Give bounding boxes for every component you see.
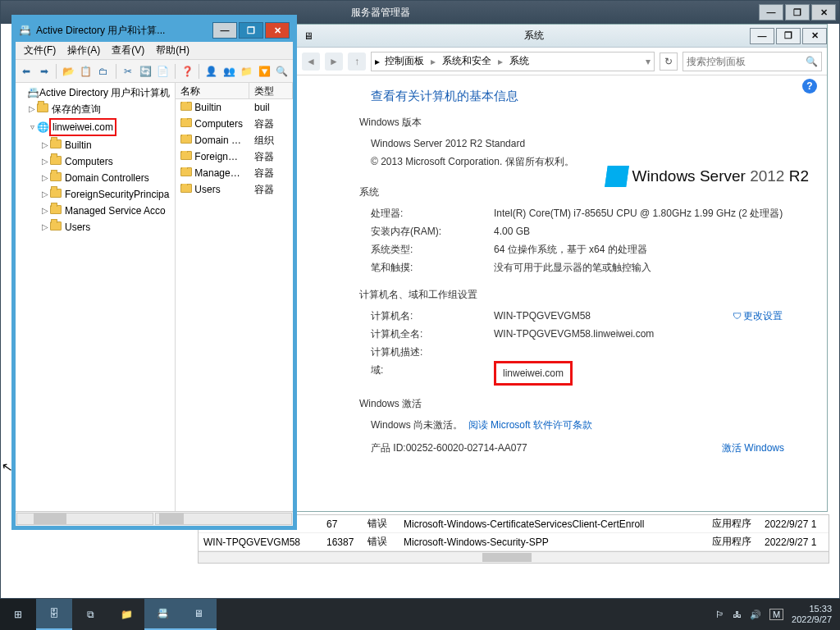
- systype-value: 64 位操作系统，基于 x64 的处理器: [494, 240, 807, 258]
- chevron-right-icon: ▸: [429, 56, 437, 67]
- new-group-icon[interactable]: 👥: [221, 63, 237, 80]
- tray-network-icon[interactable]: 🖧: [733, 609, 742, 619]
- ad-title: Active Directory 用户和计算...: [36, 24, 211, 38]
- list-item[interactable]: Managed S...容器: [176, 165, 293, 181]
- ad-maximize-button[interactable]: ❐: [239, 22, 263, 39]
- refresh-icon[interactable]: 🔄: [138, 63, 153, 80]
- cut-icon[interactable]: ✂: [120, 63, 135, 80]
- ad-close-button[interactable]: ✕: [265, 22, 290, 39]
- header-type[interactable]: 类型: [249, 83, 293, 98]
- activate-windows-link[interactable]: 激活 Windows: [722, 439, 784, 457]
- computer-name-label: 计算机名:: [371, 307, 494, 325]
- license-terms-link[interactable]: 阅读 Microsoft 软件许可条款: [468, 416, 592, 434]
- list-item[interactable]: Computers容器: [176, 116, 293, 132]
- list-item[interactable]: ForeignSec...容器: [176, 148, 293, 165]
- tree-item-label: 保存的查询: [52, 102, 101, 116]
- event-row[interactable]: WIN-TPQGVEVGM58 16387 错误 Microsoft-Windo…: [199, 533, 829, 551]
- sys-maximize-button[interactable]: ❐: [776, 28, 801, 44]
- event-id: 16387: [322, 536, 363, 548]
- tree-builtin[interactable]: ▷Builtin: [16, 137, 175, 153]
- tree-root-label: Active Directory 用户和计算机: [39, 85, 170, 100]
- chevron-down-icon[interactable]: ▾: [646, 56, 651, 67]
- tree-computers[interactable]: ▷Computers: [16, 153, 175, 170]
- clock-time: 15:33: [792, 604, 832, 614]
- list-item[interactable]: Users容器: [176, 181, 293, 198]
- full-name-label: 计算机全名:: [371, 325, 494, 343]
- menu-action[interactable]: 操作(A): [62, 43, 105, 57]
- new-ou-icon[interactable]: 📁: [239, 63, 254, 80]
- forward-icon[interactable]: ➡: [37, 63, 52, 80]
- search-icon: 🔍: [806, 56, 818, 67]
- search-input[interactable]: [687, 56, 806, 67]
- close-button[interactable]: ✕: [811, 4, 836, 21]
- breadcrumb[interactable]: ▸ 控制面板 ▸ 系统和安全 ▸ 系统 ▾: [371, 52, 655, 71]
- breadcrumb-item[interactable]: 系统和安全: [439, 54, 495, 68]
- tree-domain[interactable]: ▿🌐 linweiwei.com: [16, 117, 175, 137]
- nav-forward-button[interactable]: ►: [325, 52, 343, 71]
- filter-icon[interactable]: 🔽: [257, 63, 272, 80]
- properties-icon[interactable]: 📋: [78, 63, 94, 80]
- tree-saved-queries[interactable]: ▷保存的查询: [16, 101, 175, 117]
- taskbar-powershell[interactable]: ⧉: [72, 599, 108, 630]
- up-icon[interactable]: 📂: [61, 63, 76, 80]
- taskbar-system[interactable]: 🖥: [180, 599, 217, 630]
- menu-view[interactable]: 查看(V): [107, 43, 149, 57]
- start-button[interactable]: ⊞: [0, 599, 36, 630]
- change-settings-link[interactable]: 更改设置: [733, 307, 783, 325]
- menu-help[interactable]: 帮助(H): [151, 43, 194, 57]
- event-date: 2022/9/27 1: [760, 518, 829, 530]
- horizontal-scrollbar[interactable]: [199, 551, 829, 563]
- tree-domain-controllers[interactable]: ▷Domain Controllers: [16, 170, 175, 186]
- list-item[interactable]: Builtinbuil: [176, 99, 293, 116]
- product-id-label: 产品 ID:: [371, 439, 406, 457]
- ad-titlebar[interactable]: 📇 Active Directory 用户和计算... — ❐ ✕: [16, 19, 293, 42]
- ad-tree: 📇 Active Directory 用户和计算机 ▷保存的查询 ▿🌐 linw…: [16, 83, 176, 511]
- tray-sound-icon[interactable]: 🔊: [750, 609, 761, 620]
- edition-value: Windows Server 2012 R2 Standard: [371, 135, 807, 153]
- find-icon[interactable]: 🔍: [274, 63, 290, 80]
- list-item[interactable]: Domain Co...组织: [176, 132, 293, 148]
- section-activation: Windows 激活: [359, 397, 807, 411]
- ad-horizontal-scrollbar[interactable]: [16, 511, 293, 526]
- system-window: 🖥 系统 — ❐ ✕ ◄ ► ↑ ▸ 控制面板 ▸ 系统和安全 ▸ 系统 ▾ ↻: [296, 24, 828, 512]
- tray-flag-icon[interactable]: 🏳: [715, 609, 724, 619]
- nav-up-button[interactable]: ↑: [348, 52, 366, 71]
- help-icon[interactable]: ❓: [180, 63, 195, 80]
- ad-minimize-button[interactable]: —: [212, 22, 237, 39]
- system-titlebar[interactable]: 🖥 系统 — ❐ ✕: [297, 25, 827, 48]
- taskbar-explorer[interactable]: 📁: [108, 599, 144, 630]
- search-box[interactable]: 🔍: [682, 52, 822, 71]
- tree-root[interactable]: 📇 Active Directory 用户和计算机: [16, 84, 175, 101]
- breadcrumb-item[interactable]: 系统: [506, 54, 532, 68]
- ad-users-window: 📇 Active Directory 用户和计算... — ❐ ✕ 文件(F) …: [15, 18, 294, 527]
- delete-icon[interactable]: 🗀: [96, 63, 112, 80]
- tree-users[interactable]: ▷Users: [16, 219, 175, 235]
- sys-close-button[interactable]: ✕: [802, 28, 827, 44]
- new-user-icon[interactable]: 👤: [203, 63, 219, 80]
- nav-back-button[interactable]: ◄: [302, 52, 320, 71]
- tree-item-label: ForeignSecurityPrincipa: [65, 187, 169, 202]
- menu-file[interactable]: 文件(F): [19, 43, 61, 57]
- minimize-button[interactable]: —: [759, 4, 783, 21]
- breadcrumb-item[interactable]: 控制面板: [381, 54, 427, 68]
- export-icon[interactable]: 📄: [155, 63, 171, 80]
- header-name[interactable]: 名称: [176, 83, 249, 98]
- page-heading: 查看有关计算机的基本信息: [371, 89, 807, 104]
- taskbar-server-manager[interactable]: 🗄: [36, 599, 72, 630]
- maximize-button[interactable]: ❐: [785, 4, 810, 21]
- tray-ime-icon[interactable]: M: [769, 609, 783, 620]
- refresh-button[interactable]: ↻: [660, 52, 678, 71]
- sys-minimize-button[interactable]: —: [750, 28, 774, 44]
- tree-managed-service[interactable]: ▷Managed Service Acco: [16, 203, 175, 219]
- section-windows-version: Windows 版本: [359, 116, 807, 130]
- tree-foreign-security[interactable]: ▷ForeignSecurityPrincipa: [16, 186, 175, 203]
- tree-item-label: Computers: [65, 154, 113, 169]
- taskbar-ad-users[interactable]: 📇: [144, 599, 180, 630]
- event-source: Microsoft-Windows-Security-SPP: [399, 536, 707, 548]
- taskbar-clock[interactable]: 15:33 2022/9/27: [792, 604, 832, 625]
- back-icon[interactable]: ⬅: [19, 63, 34, 80]
- domain-value: linweiwei.com: [494, 361, 573, 386]
- computer-desc-label: 计算机描述:: [371, 343, 494, 361]
- system-navbar: ◄ ► ↑ ▸ 控制面板 ▸ 系统和安全 ▸ 系统 ▾ ↻ 🔍: [297, 48, 827, 75]
- event-log: 应用程序: [707, 535, 760, 549]
